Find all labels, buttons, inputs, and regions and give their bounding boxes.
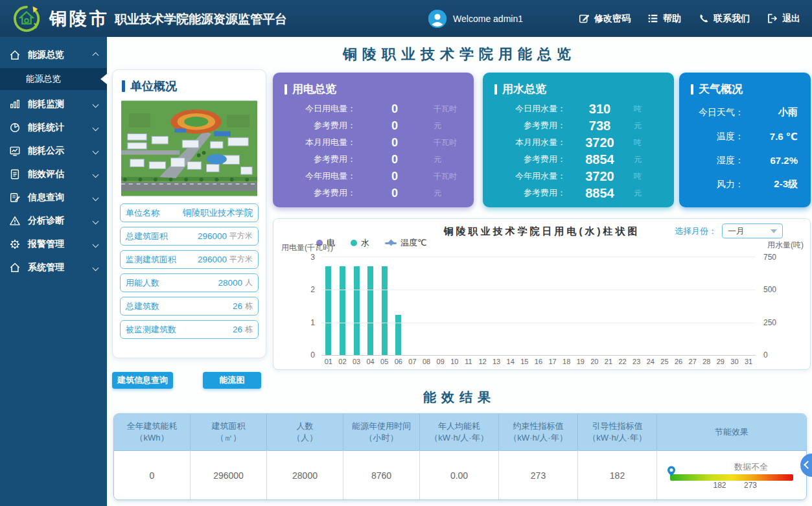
bar-chart-icon (9, 98, 21, 110)
col-title: 人数 (297, 420, 314, 432)
building-info-query-button[interactable]: 建筑信息查询 (112, 372, 173, 389)
x-axis-label: 15 (518, 358, 532, 365)
water-overview-card: 用水总览 今日用水量： 310 吨 参考费用： 738 元 本月用水量： 372… (483, 73, 674, 207)
stat-unit: 元 (434, 154, 474, 165)
bar-slot (518, 257, 532, 355)
stat-value: 3720 (566, 135, 634, 150)
sidebar-subitem-energy-overview-active[interactable]: 能源总览 (0, 68, 107, 90)
gradient-bar (670, 474, 793, 481)
unit-card-title: 单位概况 (130, 78, 177, 94)
bar-slot (616, 257, 630, 355)
y-axis-tick: 1 (310, 318, 315, 327)
month-picker: 选择月份： 一月 (675, 224, 783, 238)
field-total-area: 总建筑面积 296000 平方米 (120, 227, 259, 246)
sidebar-label: 能耗公示 (28, 145, 64, 157)
stat-row: 本月用电量： 0 千瓦时 (273, 134, 474, 151)
month-select[interactable]: 一月 (722, 224, 783, 238)
legend-water[interactable]: 水 (351, 237, 369, 249)
x-axis-label: 22 (616, 358, 630, 365)
field-unit: 平方米 (229, 231, 253, 242)
sidebar-item-efficiency-evaluation[interactable]: 能效评估 (0, 163, 107, 186)
col-title: 能源年使用时间 (352, 420, 411, 432)
bar-slot (391, 257, 406, 355)
stat-row: 今年用水量： 3720 吨 (483, 168, 674, 185)
weather-value: 7.6 ℃ (744, 131, 798, 143)
help-button[interactable]: 帮助 (647, 13, 681, 25)
sidebar-item-energy-overview[interactable]: 能源总览 (0, 43, 107, 67)
x-axis-label: 04 (364, 358, 378, 365)
water-bar (367, 266, 373, 355)
stat-unit: 元 (634, 188, 674, 199)
sidebar-item-system-management[interactable]: 系统管理 (0, 256, 107, 279)
stat-row: 本月用水量： 3720 吨 (483, 134, 674, 151)
dropdown-caret-icon (771, 229, 777, 233)
list-icon (647, 13, 658, 24)
col-title: 节能效果 (715, 426, 748, 438)
field-total-buildings: 总建筑数 26 栋 (120, 297, 259, 316)
stat-row: 参考费用： 8854 元 (483, 185, 674, 201)
sidebar-item-energy-statistics[interactable]: 能耗统计 (0, 116, 107, 139)
saving-status-text: 数据不全 (734, 461, 768, 473)
legend-temperature[interactable]: 温度℃ (385, 237, 427, 249)
stat-value: 310 (566, 102, 634, 117)
stat-label: 本月用水量： (483, 137, 566, 148)
weather-value: 2-3级 (744, 178, 798, 190)
sidebar-item-energy-monitoring[interactable]: 能耗监测 (0, 93, 107, 116)
table-cell: 182 (578, 450, 657, 500)
change-password-button[interactable]: 修改密码 (579, 13, 631, 25)
stat-row: 今日用电量： 0 千瓦时 (273, 100, 474, 117)
top-header: 铜陵市 职业技术学院能源资源监管平台 Welcome admin1 修改密码 (0, 0, 812, 37)
x-axis-label: 09 (434, 358, 448, 365)
water-bar (354, 266, 360, 355)
stat-label: 参考费用： (483, 187, 566, 199)
stat-unit: 千瓦时 (434, 104, 474, 115)
stat-label: 今日用水量： (483, 103, 566, 115)
x-axis-label: 06 (391, 358, 406, 365)
stat-unit: 元 (634, 154, 674, 165)
x-axis-label: 31 (741, 358, 756, 365)
field-value: 铜陵职业技术学院 (183, 207, 253, 219)
stat-unit: 元 (434, 188, 474, 199)
platform-logo-icon (12, 4, 41, 34)
bar-slot (658, 257, 672, 355)
contact-us-button[interactable]: 联系我们 (698, 13, 750, 25)
chevron-up-icon (93, 52, 99, 58)
x-axis-label: 12 (476, 358, 490, 365)
logout-icon (767, 13, 778, 24)
bar-slot (461, 257, 476, 355)
weather-value: 67.2% (744, 155, 798, 166)
scale-low-label: 182 (713, 481, 726, 490)
weather-label: 今日天气： (679, 107, 744, 119)
stat-label: 参考费用： (483, 120, 566, 132)
header-right: Welcome admin1 修改密码 帮助 联系我们 (428, 10, 800, 28)
bar-slot (546, 257, 560, 355)
scale-high-label: 273 (744, 481, 757, 490)
home-icon (9, 262, 21, 273)
campus-aerial-image (121, 100, 257, 197)
sidebar-item-info-query[interactable]: 信息查询 (0, 186, 107, 209)
stat-row: 今日用水量： 310 吨 (483, 100, 674, 117)
column-header: 年人均能耗 （kW·h/人·年） (420, 414, 499, 450)
stat-row: 参考费用： 0 元 (273, 151, 474, 168)
title-accent-bar (122, 80, 125, 92)
stat-unit: 千瓦时 (434, 171, 474, 182)
stat-label: 参考费用： (483, 154, 566, 165)
energy-flow-button[interactable]: 能流图 (203, 372, 261, 389)
avatar[interactable] (428, 10, 447, 28)
stat-label: 今年用水量： (483, 170, 566, 182)
logout-label: 退出 (782, 13, 800, 25)
weather-card-title: 天气概况 (699, 82, 743, 97)
main-content: 铜陵职业技术学院用能总览 单位概况 (107, 37, 812, 506)
title-accent-bar (691, 84, 693, 95)
brand-city: 铜陵市 (49, 7, 110, 30)
sidebar-item-analysis-diagnosis[interactable]: 分析诊断 (0, 209, 107, 233)
sidebar-item-energy-publicity[interactable]: 能耗公示 (0, 139, 107, 163)
stat-unit: 元 (634, 121, 674, 132)
sidebar-item-alarm-management[interactable]: 报警管理 (0, 233, 107, 256)
column-header: 全年建筑能耗 （kWh） (114, 414, 191, 450)
sidebar-label: 能耗监测 (28, 98, 64, 110)
logout-button[interactable]: 退出 (767, 13, 800, 25)
monitor-chart-icon (9, 145, 21, 157)
x-axis-label: 21 (601, 358, 616, 365)
bar-slot (489, 257, 504, 355)
